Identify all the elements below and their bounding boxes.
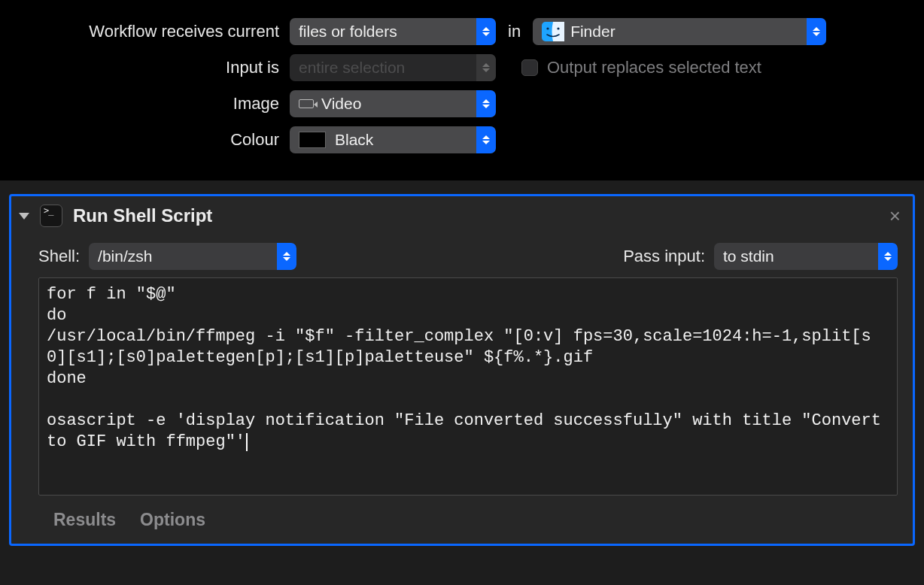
action-header[interactable]: Run Shell Script × [11, 196, 913, 235]
app-value: Finder [570, 23, 807, 41]
receives-label: Workflow receives current [0, 22, 290, 41]
receives-select[interactable]: files or folders [290, 18, 496, 45]
stepper-icon [807, 18, 826, 45]
stepper-icon [476, 90, 496, 117]
video-icon [299, 99, 314, 108]
pass-input-value: to stdin [723, 247, 878, 265]
pass-input-select[interactable]: to stdin [714, 243, 898, 270]
action-title: Run Shell Script [73, 205, 889, 226]
disclosure-triangle-icon[interactable] [19, 213, 29, 220]
workflow-canvas: Run Shell Script × Shell: /bin/zsh Pass … [0, 180, 924, 585]
colour-swatch [299, 132, 326, 148]
close-icon[interactable]: × [889, 206, 901, 226]
script-content: for f in "$@" do /usr/local/bin/ffmpeg -… [47, 285, 891, 451]
app-select[interactable]: Finder [533, 18, 826, 45]
finder-icon [542, 22, 564, 41]
action-config-row: Shell: /bin/zsh Pass input: to stdin [38, 235, 898, 277]
shell-label: Shell: [38, 247, 80, 266]
colour-value: Black [335, 131, 476, 149]
receives-value: files or folders [299, 23, 476, 41]
options-tab[interactable]: Options [140, 510, 205, 530]
script-textarea[interactable]: for f in "$@" do /usr/local/bin/ffmpeg -… [38, 277, 898, 496]
image-select[interactable]: Video [290, 90, 496, 117]
action-body: Shell: /bin/zsh Pass input: to stdin for… [11, 235, 913, 496]
stepper-icon [878, 243, 898, 270]
shell-select[interactable]: /bin/zsh [89, 243, 296, 270]
stepper-icon [277, 243, 296, 270]
svg-point-2 [558, 27, 560, 29]
action-footer: Results Options [11, 496, 913, 544]
settings-row-colour: Colour Black [0, 122, 924, 158]
settings-row-image: Image Video [0, 86, 924, 122]
image-value: Video [321, 95, 476, 113]
image-label: Image [0, 94, 290, 114]
svg-point-1 [547, 27, 549, 29]
input-is-label: Input is [0, 58, 290, 77]
terminal-icon [40, 205, 62, 227]
stepper-icon [476, 18, 496, 45]
output-replaces-label: Output replaces selected text [547, 58, 761, 77]
input-is-value: entire selection [299, 59, 476, 77]
stepper-icon [476, 54, 496, 81]
settings-row-input-is: Input is entire selection Output replace… [0, 50, 924, 86]
settings-row-receives: Workflow receives current files or folde… [0, 14, 924, 50]
in-label: in [496, 22, 533, 41]
colour-select[interactable]: Black [290, 126, 496, 153]
results-tab[interactable]: Results [53, 510, 116, 530]
input-is-select: entire selection [290, 54, 496, 81]
shell-value: /bin/zsh [98, 247, 277, 265]
colour-label: Colour [0, 130, 290, 150]
text-cursor [246, 433, 248, 451]
pass-input-label: Pass input: [623, 247, 705, 266]
stepper-icon [476, 126, 496, 153]
workflow-settings-panel: Workflow receives current files or folde… [0, 0, 924, 180]
run-shell-script-action[interactable]: Run Shell Script × Shell: /bin/zsh Pass … [9, 194, 915, 546]
output-replaces-checkbox [521, 59, 538, 76]
